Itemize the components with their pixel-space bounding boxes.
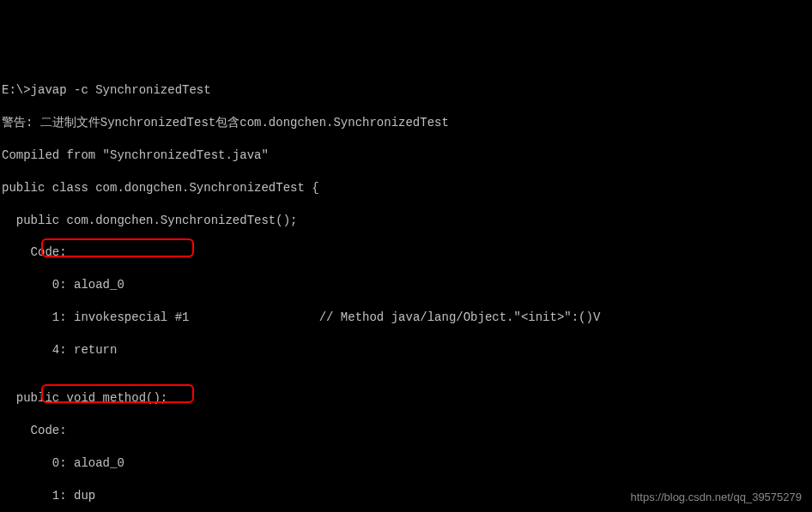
constructor-signature: public com.dongchen.SynchronizedTest(); [2, 213, 810, 229]
command-prompt: E:\>javap -c SynchronizedTest [2, 82, 810, 99]
terminal-output: E:\>javap -c SynchronizedTest 警告: 二进制文件S… [2, 67, 810, 512]
bytecode-line: 1: invokespecial #1 // Method java/lang/… [2, 310, 810, 326]
method-signature: public void method(); [2, 390, 810, 407]
bytecode-line: 0: aload_0 [2, 277, 810, 293]
class-declaration: public class com.dongchen.SynchronizedTe… [2, 180, 810, 196]
warning-line: 警告: 二进制文件SynchronizedTest包含com.dongchen.… [2, 115, 810, 131]
compiled-from: Compiled from "SynchronizedTest.java" [2, 148, 810, 164]
bytecode-line: 0: aload_0 [2, 455, 810, 472]
code-label: Code: [2, 244, 810, 261]
watermark-text: https://blog.csdn.net/qq_39575279 [631, 490, 803, 505]
code-label: Code: [2, 423, 810, 439]
bytecode-line: 4: return [2, 342, 810, 358]
